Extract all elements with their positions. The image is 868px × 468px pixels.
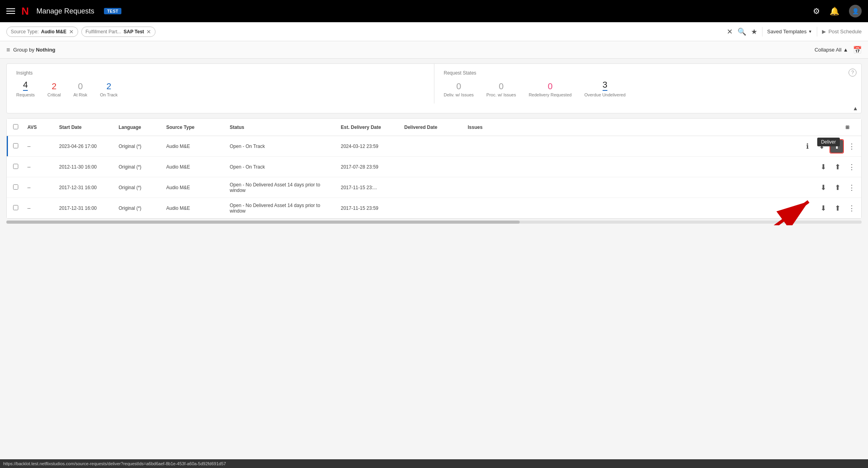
td-language-2: Original (*) — [115, 185, 163, 190]
menu-icon[interactable] — [6, 8, 15, 14]
stat-redelivery-label: Redelivery Requested — [529, 92, 572, 97]
td-actions-1: ⬇ ⬆ ⋮ — [465, 161, 858, 173]
stat-at-risk-value: 0 — [78, 82, 83, 91]
th-columns-config[interactable]: ⊞ — [842, 125, 858, 130]
post-schedule-label: Post Schedule — [828, 29, 862, 35]
th-language: Language — [115, 125, 163, 130]
td-start-date-0: 2023-04-26 17:00 — [56, 144, 115, 149]
saved-templates-button[interactable]: Saved Templates — [767, 29, 812, 35]
td-source-type-0: Audio M&E — [163, 144, 227, 149]
stat-on-track: 2 On Track — [100, 82, 118, 97]
td-language-1: Original (*) — [115, 164, 163, 170]
filter-bar: Source Type: Audio M&E ✕ Fulfillment Par… — [0, 22, 868, 41]
post-schedule-button[interactable]: ▶ Post Schedule — [822, 29, 862, 35]
th-avs: AVS — [24, 125, 56, 130]
td-source-type-2: Audio M&E — [163, 185, 227, 190]
row-checkbox-3[interactable] — [13, 205, 18, 210]
filter-chip-source-type-close[interactable]: ✕ — [69, 29, 74, 35]
td-avs-2: -- — [24, 185, 56, 190]
info-button-0[interactable]: ℹ — [801, 140, 814, 153]
stat-deliv-issues-value: 0 — [456, 82, 461, 91]
td-language-3: Original (*) — [115, 205, 163, 211]
collapse-all-button[interactable]: Collapse All — [814, 47, 848, 53]
filter-chip-source-type-label: Source Type: — [11, 29, 39, 35]
th-start-date: Start Date — [56, 125, 115, 130]
filter-chip-source-type[interactable]: Source Type: Audio M&E ✕ — [6, 27, 78, 37]
avatar[interactable]: 👤 — [849, 5, 862, 17]
more-options-button-0[interactable]: ⋮ — [845, 140, 858, 153]
collapse-all-chevron-icon — [843, 47, 848, 53]
help-icon[interactable]: ? — [849, 69, 856, 77]
search-button[interactable]: 🔍 — [737, 27, 746, 36]
td-est-delivery-2: 2017-11-15 23:... — [338, 185, 401, 190]
td-checkbox-3 — [10, 205, 24, 211]
divider — [762, 27, 762, 36]
stat-on-track-value: 2 — [106, 82, 111, 91]
td-source-type-1: Audio M&E — [163, 164, 227, 170]
stat-at-risk: 0 At Risk — [73, 82, 87, 97]
th-checkbox — [10, 124, 24, 130]
groupby-text: Group by Nothing — [13, 47, 55, 53]
td-est-delivery-1: 2017-07-28 23:59 — [338, 164, 401, 170]
td-status-2: Open - No Delivered Asset 14 days prior … — [227, 182, 338, 193]
insights-title: Insights — [16, 70, 424, 76]
filter-chip-fulfillment-value: SAP Test — [124, 29, 144, 35]
insights-stats-row: 4 Requests 2 Critical 0 At Risk 2 On Tra… — [16, 81, 424, 97]
collapse-all-label: Collapse All — [814, 47, 841, 53]
filter-chip-fulfillment[interactable]: Fulfillment Part... SAP Test ✕ — [81, 27, 156, 37]
table-row: -- 2012-11-30 16:00 Original (*) Audio M… — [7, 157, 861, 177]
row-checkbox-2[interactable] — [13, 184, 18, 190]
calendar-icon-button[interactable]: 📅 — [853, 46, 862, 54]
td-actions-0: Deliver ℹ ⬇ ⬆ ⋮ — [465, 139, 858, 153]
app-title: Manage Requests — [36, 7, 94, 15]
deliver-button-3[interactable]: ⬆ — [831, 202, 844, 215]
filter-actions: ✕ 🔍 ★ Saved Templates ▶ Post Schedule — [727, 27, 862, 36]
horizontal-scrollbar[interactable] — [6, 221, 862, 224]
th-est-delivery-date: Est. Delivery Date — [338, 125, 401, 130]
th-source-type: Source Type — [163, 125, 227, 130]
filter-chip-source-type-value: Audio M&E — [41, 29, 67, 35]
request-states-row: 0 Deliv. w/ Issues 0 Proc. w/ Issues 0 R… — [444, 81, 852, 97]
stat-critical-label: Critical — [47, 92, 61, 97]
more-options-button-3[interactable]: ⋮ — [845, 202, 858, 215]
filter-chip-fulfillment-close[interactable]: ✕ — [146, 29, 151, 35]
clear-filters-button[interactable]: ✕ — [727, 27, 733, 36]
stat-proc-issues-label: Proc. w/ Issues — [486, 92, 516, 97]
more-options-button-1[interactable]: ⋮ — [845, 161, 858, 173]
deliver-button-1[interactable]: ⬆ — [831, 161, 844, 173]
stat-requests-value: 4 — [23, 81, 28, 91]
row-checkbox-1[interactable] — [13, 164, 18, 169]
stat-on-track-label: On Track — [100, 92, 118, 97]
table-row: -- 2017-12-31 16:00 Original (*) Audio M… — [7, 177, 861, 198]
stat-requests: 4 Requests — [16, 81, 35, 97]
panel-collapse-icon[interactable]: ▲ — [853, 105, 858, 111]
divider2 — [817, 27, 817, 36]
request-states-section: Request States 0 Deliv. w/ Issues 0 Proc… — [434, 64, 862, 104]
stat-overdue-label: Overdue Undelivered — [584, 92, 626, 97]
stat-requests-label: Requests — [16, 92, 35, 97]
settings-icon[interactable]: ⚙ — [813, 6, 820, 16]
more-options-button-2[interactable]: ⋮ — [845, 181, 858, 194]
insights-inner: Insights 4 Requests 2 Critical 0 At Risk… — [7, 64, 861, 104]
scrollbar-thumb — [6, 221, 520, 224]
row-checkbox-0[interactable] — [13, 143, 18, 148]
saved-templates-chevron-icon — [808, 29, 812, 34]
table-header: AVS Start Date Language Source Type Stat… — [7, 119, 861, 136]
td-language-0: Original (*) — [115, 144, 163, 149]
download-button-2[interactable]: ⬇ — [817, 181, 830, 194]
select-all-checkbox[interactable] — [13, 124, 18, 129]
th-delivered-date: Delivered Date — [401, 125, 465, 130]
top-nav: N Manage Requests TEST ⚙ 🔔 👤 — [0, 0, 868, 22]
notifications-icon[interactable]: 🔔 — [830, 6, 839, 16]
download-button-1[interactable]: ⬇ — [817, 161, 830, 173]
download-button-3[interactable]: ⬇ — [817, 202, 830, 215]
stat-redelivery-value: 0 — [548, 82, 553, 91]
bookmark-button[interactable]: ★ — [751, 27, 757, 36]
deliver-button-2[interactable]: ⬆ — [831, 181, 844, 194]
table-row: -- 2023-04-26 17:00 Original (*) Audio M… — [7, 136, 861, 157]
stat-redelivery: 0 Redelivery Requested — [529, 82, 572, 97]
stat-critical-value: 2 — [52, 82, 56, 91]
stat-proc-issues: 0 Proc. w/ Issues — [486, 82, 516, 97]
groupby-bar: ≡ Group by Nothing Collapse All 📅 — [0, 41, 868, 59]
insights-section: Insights 4 Requests 2 Critical 0 At Risk… — [7, 64, 434, 104]
